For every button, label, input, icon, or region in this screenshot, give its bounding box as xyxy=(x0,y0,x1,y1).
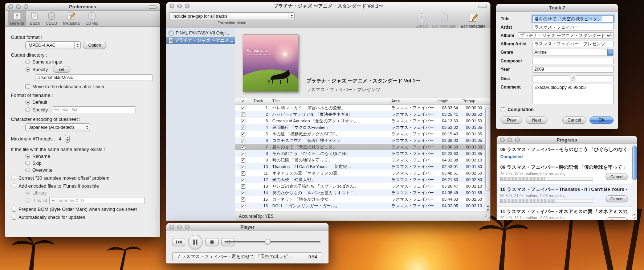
table-row[interactable]: ✓1ハレ晴レユカイ 「涼宮ハルヒの憂鬱」ラスマス・フェイバー03:03:6400… xyxy=(235,105,490,111)
track-checkbox[interactable]: ✓ xyxy=(241,112,245,117)
checkbox-compilation[interactable] xyxy=(501,107,505,112)
track-checkbox[interactable]: ✓ xyxy=(241,158,245,163)
resize-grip[interactable] xyxy=(632,214,636,219)
stop-button[interactable] xyxy=(205,238,219,246)
scrollbar-thumb[interactable] xyxy=(632,146,637,180)
track-checkbox[interactable]: ✓ xyxy=(241,171,245,176)
playlist-name-input[interactable] xyxy=(49,197,144,204)
zoom-button[interactable] xyxy=(185,225,189,229)
sidebar-item-platina-jazz[interactable]: プラチナ・ジャズ 〜アニメ… xyxy=(166,37,235,44)
toolbar-toggle-pill[interactable] xyxy=(148,5,157,9)
track-checkbox[interactable]: ✓ xyxy=(241,184,245,189)
column-header-pregap[interactable]: Pregap xyxy=(460,98,484,104)
table-row[interactable]: ✓12光の天使 「幻魔大戦」ラスマス・フェイバー06:21:6000:02:50 xyxy=(235,176,490,183)
resize-grip[interactable] xyxy=(485,215,490,220)
disc-number-field[interactable] xyxy=(533,75,570,82)
table-row[interactable]: ✓7君をのせて 「天空の城ラピュタ」ラスマス・フェイバー03:30:6900:0… xyxy=(235,144,490,150)
track-checkbox[interactable]: ✓ xyxy=(241,191,245,195)
main-titlebar[interactable]: プラチナ・ジャズ 〜アニメ・スタンダード Vol.1〜 xyxy=(166,2,490,10)
preferences-titlebar[interactable]: Preferences xyxy=(5,3,160,11)
extract-button[interactable]: Extract xyxy=(413,12,430,28)
cancel-button[interactable]: Cancel xyxy=(606,217,628,220)
radio-same-as-input[interactable] xyxy=(25,60,30,64)
edit-metadata-button[interactable]: Edit Metadata xyxy=(458,12,488,28)
pref-tab-cddb[interactable]: CDDB xyxy=(44,11,59,26)
track7-titlebar[interactable]: Track 7 xyxy=(496,4,618,12)
track-checkbox[interactable]: ✓ xyxy=(241,145,245,150)
pref-tab-general[interactable]: General xyxy=(8,11,26,26)
zoom-button[interactable] xyxy=(515,138,520,142)
album-artist-field[interactable]: ラスマス・フェイバー・プレゼンツ xyxy=(533,41,614,47)
set-button[interactable]: set xyxy=(53,66,70,73)
checkbox-move-after-finish[interactable] xyxy=(25,84,30,89)
option-button[interactable]: Option xyxy=(83,42,106,49)
radio-filename-specify[interactable] xyxy=(25,107,30,112)
pause-button[interactable] xyxy=(188,235,203,249)
track-table-scrollbar[interactable] xyxy=(485,105,490,212)
prev-button[interactable]: Prev xyxy=(501,116,522,124)
toolbar-toggle-pill[interactable] xyxy=(478,5,487,8)
radio-specify-directory[interactable] xyxy=(25,67,30,72)
table-row[interactable]: ✓13リンゴの森の子猫たち 「スプーンおばさん」ラスマス・フェイバー03:26:… xyxy=(235,183,490,189)
next-button[interactable]: Next xyxy=(526,116,547,124)
zoom-button[interactable] xyxy=(24,4,28,9)
output-format-popup[interactable]: MPEG-4 AAC xyxy=(25,41,81,49)
slider-thumb[interactable] xyxy=(265,239,271,245)
table-row[interactable]: ✓14炎のたからもの 「ルパン三世カリオストロ…ラスマス・フェイバー04:05:… xyxy=(235,189,490,196)
close-button[interactable] xyxy=(170,225,174,229)
track-checkbox[interactable]: ✓ xyxy=(241,204,245,208)
table-row[interactable]: ✓5水の証 「機動戦士ガンダムSEED」ラスマス・フェイバー06:15:4300… xyxy=(235,131,490,137)
radio-overwrite[interactable] xyxy=(25,168,30,172)
checkbox-prepend-bom[interactable] xyxy=(12,207,16,212)
checkbox-correct-offset[interactable] xyxy=(12,176,16,180)
track-checkbox[interactable]: ✓ xyxy=(241,119,245,123)
close-button[interactable] xyxy=(8,4,13,9)
close-button[interactable] xyxy=(170,4,174,8)
column-header-track[interactable]: Track xyxy=(251,98,270,104)
sidebar-item-ff7[interactable]: FINAL FANTASY VII Origi... xyxy=(166,29,235,37)
scrollbar-thumb[interactable] xyxy=(485,107,490,191)
table-row[interactable]: ✓11オネアミスの翼 「オネアミスの翼」ラスマス・フェイバー03:48:5100… xyxy=(235,170,490,176)
minimize-button[interactable] xyxy=(16,4,21,9)
progress-titlebar[interactable]: Progress xyxy=(497,136,637,144)
minimize-button[interactable] xyxy=(177,225,182,229)
column-header-artist[interactable]: Artist xyxy=(389,98,434,104)
year-field[interactable]: 2009 xyxy=(533,66,614,73)
zoom-button[interactable] xyxy=(185,4,189,8)
track-checkbox[interactable]: ✓ xyxy=(241,132,245,136)
scroll-down-arrow-icon[interactable] xyxy=(487,209,489,211)
comment-field[interactable]: ExactAudioCopy v0.99pb5 xyxy=(533,84,614,104)
radio-filename-default[interactable] xyxy=(25,100,30,105)
track-checkbox[interactable]: ✓ xyxy=(241,139,245,143)
threads-stepper[interactable] xyxy=(65,135,70,143)
scroll-up-arrow-icon[interactable] xyxy=(487,205,489,207)
pref-tab-cdrip[interactable]: CD Rip xyxy=(83,11,100,26)
ok-button[interactable]: OK xyxy=(590,116,614,124)
track-checkbox[interactable]: ✓ xyxy=(241,165,245,169)
filename-format-input[interactable] xyxy=(53,106,135,113)
table-row[interactable]: ✓10Thanatos - If I Can't Be Yours - 「新世紀… xyxy=(235,163,490,170)
pref-tab-batch[interactable]: Batch xyxy=(28,11,42,26)
track-checkbox[interactable]: ✓ xyxy=(241,152,245,156)
radio-rename[interactable] xyxy=(25,154,30,159)
progress-scrollbar[interactable] xyxy=(632,144,637,220)
extraction-mode-popup[interactable]: Include pre-gap for all tracks xyxy=(169,12,295,20)
cancel-button[interactable]: Cancel xyxy=(606,195,628,202)
player-titlebar[interactable]: Player xyxy=(166,223,329,231)
get-metadata-button[interactable]: Get Metadata xyxy=(430,12,458,28)
column-header-check[interactable]: ✓ xyxy=(235,98,251,104)
track-checkbox[interactable]: ✓ xyxy=(241,126,245,130)
minimize-button[interactable] xyxy=(177,4,182,8)
radio-skip[interactable] xyxy=(25,161,30,165)
track-checkbox[interactable]: ✓ xyxy=(241,197,245,202)
title-field[interactable]: 君をのせて 「天空の城ラピュタ」 xyxy=(533,16,614,22)
table-row[interactable]: ✓16DOLL 「ガンスリンガー・ガール」ラスマス・フェイバー04:02:050… xyxy=(235,202,490,209)
column-header-title[interactable]: Title xyxy=(270,98,389,104)
cancel-button[interactable]: Cancel xyxy=(606,173,628,180)
column-header-length[interactable]: Length xyxy=(434,98,460,104)
pref-tab-metadata[interactable]: Metadata xyxy=(61,11,81,26)
table-row[interactable]: ✓2ハッピー☆マテリアル 「魔法先生ネギま!」ラスマス・フェイバー03:25:4… xyxy=(235,111,490,118)
track-checkbox[interactable]: ✓ xyxy=(241,106,245,110)
disc-total-field[interactable] xyxy=(576,75,614,82)
combo-arrow-icon[interactable] xyxy=(607,49,613,56)
